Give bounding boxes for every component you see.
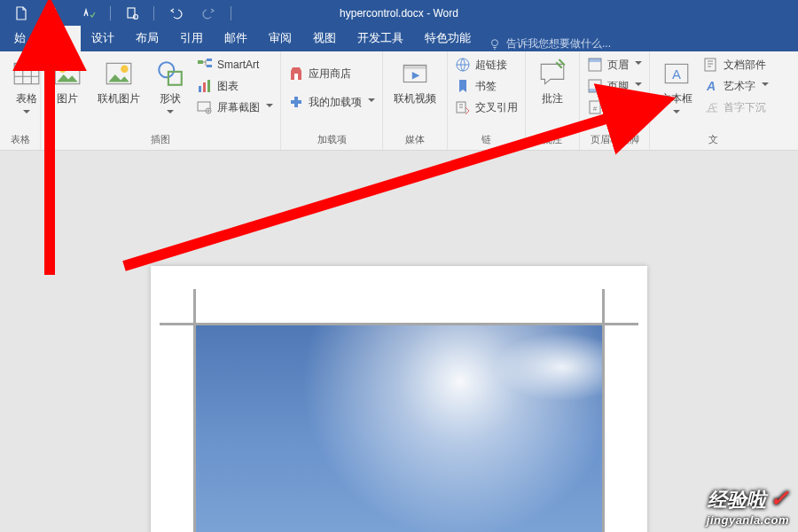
wordart-icon: A [703,78,719,94]
document-canvas[interactable] [0,151,798,532]
crossref-icon [455,99,471,115]
comment-icon [537,59,567,89]
pagenum-label: 页 [607,100,618,115]
new-doc-icon[interactable] [9,1,34,26]
svg-point-8 [121,65,129,73]
smartart-label: SmartArt [217,59,259,71]
pagenum-button[interactable]: # 页 [587,99,642,115]
addins-icon [288,94,304,110]
chevron-down-icon [23,110,30,117]
separator [110,6,111,20]
document-title: hypercontrol.docx - Word [340,7,458,20]
header-button[interactable]: 页眉 [587,57,642,73]
textbox-icon: A [661,59,692,89]
online-picture-icon [104,59,134,89]
shapes-button[interactable]: 形状 [151,57,190,119]
group-headerfooter: 页眉 页脚 # 页 页眉和页脚 [580,51,650,150]
tab-special[interactable]: 特色功能 [414,26,481,51]
group-label-illustrations: 插图 [41,131,280,150]
store-label: 应用商店 [309,66,351,82]
svg-rect-16 [207,80,210,92]
crop-guide [602,289,605,532]
video-icon [400,59,430,89]
chevron-down-icon [368,98,375,106]
tab-mail[interactable]: 邮件 [214,26,258,51]
screenshot-label: 屏幕截图 [217,100,260,115]
parts-label: 文档部件 [724,58,766,73]
tab-view[interactable]: 视图 [302,26,347,51]
touch-mode-icon[interactable] [43,1,67,26]
chevron-down-icon [635,82,642,90]
chevron-down-icon [167,110,174,117]
svg-text:#: # [593,105,598,113]
svg-text:A: A [672,67,681,82]
my-addins-label: 我的加载项 [309,95,362,110]
group-label-tables: 表格 [0,131,40,150]
group-addins: 应用商店 我的加载项 加载项 [281,51,383,150]
online-video-button[interactable]: 联机视频 [390,57,440,106]
my-addins-button[interactable]: 我的加载项 [288,94,375,110]
header-icon [587,57,603,73]
comment-label: 批注 [542,92,563,105]
print-preview-icon[interactable] [120,1,145,26]
screenshot-icon [197,99,213,115]
online-picture-button[interactable]: 联机图片 [94,57,144,106]
crop-guide [160,323,638,325]
dropcap-button: A 首字下沉 [703,99,769,115]
hyperlink-icon [455,57,471,73]
hyperlink-button[interactable]: 超链接 [455,57,518,73]
svg-text:A: A [706,79,716,93]
svg-rect-4 [14,63,39,67]
page[interactable] [151,266,647,532]
footer-button[interactable]: 页脚 [587,78,642,94]
tab-references[interactable]: 引用 [169,26,214,51]
chevron-down-icon [635,61,642,68]
crossref-button[interactable]: 交叉引用 [455,99,518,115]
footer-label: 页脚 [607,79,629,94]
group-label-addins: 加载项 [281,131,382,150]
watermark-text: 经验啦 [708,489,766,511]
textbox-button[interactable]: A 文本框 [657,57,696,119]
group-illustrations: 图片 联机图片 形状 SmartArt 图表 [41,51,281,150]
lightbulb-icon [489,38,501,51]
chart-button[interactable]: 图表 [197,78,273,94]
store-button[interactable]: 应用商店 [288,66,375,82]
store-icon [288,66,304,82]
svg-rect-14 [199,86,201,92]
group-comments: 批注 批注 [526,51,580,150]
svg-rect-11 [198,60,203,64]
svg-point-2 [492,39,498,45]
comment-button[interactable]: 批注 [533,57,572,106]
group-label-comments: 批注 [526,131,579,150]
pagenum-icon: # [587,99,603,115]
svg-rect-15 [203,82,206,92]
svg-rect-10 [168,72,182,85]
chevron-down-icon [266,104,273,111]
picture-button[interactable]: 图片 [48,57,87,106]
group-tables: 表格 表格 [0,51,41,150]
tell-me-search[interactable]: 告诉我您想要做什么... [489,36,611,51]
separator [231,6,231,20]
tab-design[interactable]: 设计 [81,26,125,51]
online-picture-label: 联机图片 [98,92,140,105]
wordart-button[interactable]: A 艺术字 [703,78,769,94]
tab-insert[interactable]: 插入 [36,26,81,51]
online-video-label: 联机视频 [394,92,436,105]
tab-review[interactable]: 审阅 [258,26,302,51]
parts-button[interactable]: 文档部件 [703,57,769,73]
spelling-icon[interactable] [76,1,101,26]
table-icon [12,59,42,89]
inserted-image[interactable] [195,325,603,532]
svg-rect-27 [589,89,601,92]
tab-developer[interactable]: 开发工具 [347,26,414,51]
tab-layout[interactable]: 布局 [125,26,169,51]
smartart-button[interactable]: SmartArt [197,57,273,73]
crossref-label: 交叉引用 [475,100,518,115]
screenshot-button[interactable]: 屏幕截图 [197,99,273,115]
tab-home[interactable]: 始 [4,26,36,51]
undo-icon[interactable] [163,1,188,26]
ribbon: 表格 表格 图片 联机图片 形状 Smar [0,51,798,151]
bookmark-button[interactable]: 书签 [455,78,518,94]
chevron-down-icon [762,82,769,90]
bookmark-icon [455,78,471,94]
